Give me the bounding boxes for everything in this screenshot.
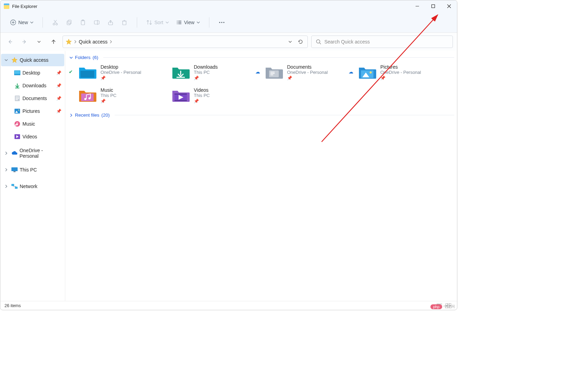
share-button[interactable]: [104, 16, 117, 29]
sidebar-item-desktop[interactable]: Desktop 📌: [11, 67, 64, 79]
app-icon: [4, 3, 9, 9]
folder-tile[interactable]: Music This PC 📌: [76, 85, 170, 106]
chevron-right-icon: [110, 40, 112, 44]
chevron-down-icon: [37, 40, 41, 43]
section-label: Recent files: [75, 112, 99, 118]
minimize-button[interactable]: [409, 0, 425, 12]
pin-icon: 📌: [194, 99, 210, 104]
svg-rect-75: [446, 303, 448, 305]
svg-rect-44: [16, 99, 18, 100]
svg-point-22: [177, 21, 178, 21]
svg-rect-77: [446, 306, 448, 308]
folder-tile[interactable]: Videos This PC 📌: [170, 85, 263, 106]
content-pane[interactable]: Folders (6) ✔ Desktop OneDrive - Persona…: [65, 51, 457, 301]
svg-rect-42: [16, 97, 19, 97]
sidebar-item-label: Pictures: [22, 108, 40, 114]
documents-icon: [15, 96, 20, 101]
svg-rect-78: [449, 306, 451, 308]
sort-button[interactable]: Sort: [143, 16, 172, 29]
close-icon: [447, 4, 451, 8]
window-title: File Explorer: [12, 4, 37, 9]
forward-button[interactable]: [19, 36, 30, 47]
folder-location: OneDrive - Personal: [287, 70, 328, 75]
sidebar-item-label: Documents: [22, 96, 47, 101]
pictures-folder-icon: ☁: [358, 65, 377, 80]
pin-icon: 📌: [380, 76, 421, 80]
folder-name: Music: [101, 87, 116, 93]
sidebar-item-pictures[interactable]: Pictures 📌: [11, 105, 64, 117]
chevron-right-icon: [4, 151, 8, 155]
delete-button[interactable]: [118, 16, 131, 29]
rename-icon: [94, 19, 100, 26]
refresh-icon: [298, 39, 303, 45]
navigation-pane[interactable]: Quick access Desktop 📌 Downloads 📌 Docum…: [0, 51, 65, 301]
refresh-button[interactable]: [296, 38, 305, 46]
sidebar-item-music[interactable]: Music: [11, 118, 64, 130]
details-view-button[interactable]: [435, 302, 444, 310]
trash-icon: [121, 19, 127, 26]
sidebar-item-network[interactable]: Network: [1, 180, 64, 193]
svg-rect-52: [13, 171, 16, 172]
pictures-icon: [15, 109, 20, 114]
chevron-down-icon: [165, 21, 169, 24]
sidebar-item-label: This PC: [20, 167, 37, 173]
more-button[interactable]: [216, 16, 228, 29]
address-bar[interactable]: Quick access: [63, 36, 308, 48]
folders-grid: ✔ Desktop OneDrive - Personal 📌 Download…: [76, 62, 454, 106]
rename-button[interactable]: [91, 16, 103, 29]
sidebar-item-quick-access[interactable]: Quick access: [1, 54, 64, 66]
arrow-up-icon: [51, 39, 56, 45]
sidebar-item-downloads[interactable]: Downloads 📌: [11, 79, 64, 92]
sidebar-item-label: Videos: [22, 134, 37, 139]
cut-button[interactable]: [49, 16, 61, 29]
folders-section-header[interactable]: Folders (6): [69, 55, 454, 60]
maximize-icon: [431, 4, 435, 8]
thumbnails-view-icon: [446, 303, 451, 308]
copy-button[interactable]: [63, 16, 75, 29]
svg-point-24: [177, 23, 178, 24]
address-dropdown-button[interactable]: [286, 38, 294, 46]
recent-dropdown-button[interactable]: [34, 36, 45, 47]
sidebar-item-thispc[interactable]: This PC: [1, 164, 64, 176]
search-box[interactable]: [311, 36, 453, 48]
new-button[interactable]: New: [7, 16, 36, 29]
folder-location: This PC: [194, 70, 218, 75]
back-button[interactable]: [4, 36, 16, 47]
maximize-button[interactable]: [425, 0, 441, 12]
recent-section-header[interactable]: Recent files (20): [69, 112, 454, 118]
svg-rect-53: [11, 184, 14, 186]
view-button[interactable]: View: [173, 16, 203, 29]
svg-point-35: [316, 40, 320, 43]
network-icon: [11, 184, 18, 189]
thumbnails-view-button[interactable]: [444, 302, 453, 310]
folder-tile[interactable]: Downloads This PC 📌: [170, 62, 263, 82]
search-input[interactable]: [324, 39, 448, 45]
details-view-icon: [437, 303, 442, 308]
svg-rect-19: [123, 21, 126, 25]
sort-button-label: Sort: [154, 20, 163, 25]
svg-rect-11: [67, 21, 70, 25]
folder-tile[interactable]: ☁ Pictures OneDrive - Personal 📌: [356, 62, 449, 82]
section-label: Folders: [75, 55, 91, 60]
share-icon: [107, 19, 114, 26]
folder-tile[interactable]: ☁ Documents OneDrive - Personal 📌: [263, 62, 356, 82]
sidebar-item-documents[interactable]: Documents 📌: [11, 92, 64, 105]
svg-rect-12: [68, 20, 71, 24]
desktop-icon: [14, 70, 20, 75]
folder-location: This PC: [101, 93, 116, 98]
pin-icon: 📌: [56, 70, 61, 75]
svg-rect-76: [449, 303, 451, 305]
folder-name: Pictures: [380, 64, 421, 70]
cut-icon: [52, 19, 58, 26]
folder-tile[interactable]: ✔ Desktop OneDrive - Personal 📌: [76, 62, 170, 82]
paste-button[interactable]: [77, 16, 89, 29]
up-button[interactable]: [48, 36, 59, 47]
sidebar-item-label: Network: [20, 184, 37, 189]
breadcrumb-item[interactable]: Quick access: [79, 39, 107, 45]
sidebar-item-onedrive[interactable]: OneDrive - Personal: [1, 147, 64, 159]
sidebar-item-videos[interactable]: Videos: [11, 130, 64, 143]
svg-marker-37: [12, 57, 17, 63]
pin-icon: 📌: [56, 109, 61, 114]
close-button[interactable]: [441, 0, 457, 12]
view-button-label: View: [184, 20, 194, 25]
